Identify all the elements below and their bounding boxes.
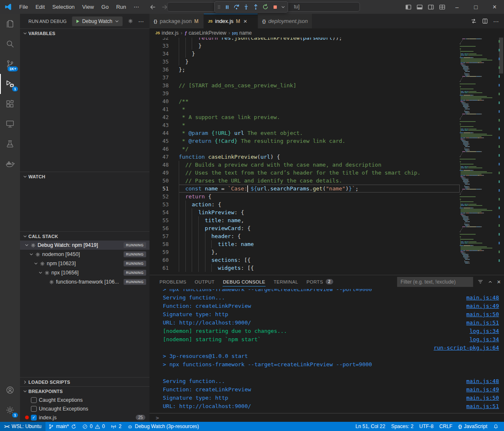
- close-panel-icon[interactable]: ×: [497, 278, 501, 285]
- code-line[interactable]: 37: [149, 74, 460, 81]
- line-number[interactable]: 36: [149, 66, 169, 74]
- console-source-link[interactable]: main.js:49: [466, 302, 499, 310]
- tab-index-js[interactable]: JS index.js M ×: [204, 14, 258, 28]
- code-line[interactable]: 32 return res.json(caseLinkPreview(parse…: [149, 38, 460, 42]
- line-number[interactable]: 38: [149, 81, 169, 89]
- statusbar-eol[interactable]: CRLF: [436, 422, 455, 431]
- line-number[interactable]: 39: [149, 89, 169, 97]
- breadcrumb-item-caselinkpreview[interactable]: ƒcaseLinkPreview: [185, 30, 226, 36]
- toggle-panel-icon[interactable]: [414, 0, 425, 14]
- line-number[interactable]: 47: [149, 153, 169, 161]
- line-number[interactable]: 61: [149, 264, 169, 272]
- customize-layout-icon[interactable]: [436, 0, 448, 14]
- line-number[interactable]: 56: [149, 224, 169, 232]
- line-number[interactable]: 52: [149, 193, 169, 200]
- statusbar-language-mode[interactable]: {}JavaScript: [455, 422, 490, 431]
- callstack-session-npm-10623[interactable]: npm [10623] RUNNING: [20, 259, 149, 268]
- code-line[interactable]: 55 title: name,: [149, 216, 460, 224]
- activitybar-testing[interactable]: [0, 134, 20, 154]
- code-line[interactable]: 38 // [START add_ons_case_preview_link]: [149, 81, 460, 89]
- section-variables[interactable]: VARIABLES: [20, 28, 149, 38]
- activitybar-search[interactable]: [0, 34, 20, 54]
- line-number[interactable]: 41: [149, 105, 169, 113]
- close-button[interactable]: ×: [485, 0, 504, 14]
- minimap[interactable]: [460, 38, 498, 275]
- code-line[interactable]: 57 header: {: [149, 232, 460, 240]
- statusbar-debug-session[interactable]: Debug Watch (3p-resources): [124, 422, 202, 431]
- line-number[interactable]: 34: [149, 50, 169, 58]
- section-loaded-scripts[interactable]: LOADED SCRIPTS: [20, 377, 149, 386]
- launch-config-dropdown[interactable]: Debug Watch: [72, 16, 123, 26]
- line-number[interactable]: 59: [149, 248, 169, 256]
- statusbar-problems[interactable]: 00: [79, 422, 108, 431]
- code-line[interactable]: 33 }: [149, 42, 460, 50]
- code-line[interactable]: 34 }: [149, 50, 460, 58]
- statusbar-git-branch[interactable]: main*: [46, 422, 79, 431]
- code-line[interactable]: 44 * @param {!URL} url The event object.: [149, 129, 460, 137]
- activitybar-explorer[interactable]: [0, 14, 20, 34]
- console-source-link[interactable]: log.js:34: [470, 327, 499, 335]
- editor-scrollbar[interactable]: [498, 38, 504, 275]
- statusbar-cursor-position[interactable]: Ln 51, Col 22: [352, 422, 388, 431]
- step-into-button[interactable]: [241, 2, 251, 12]
- console-source-link[interactable]: run-script-pkg.js:64: [433, 344, 499, 352]
- menu-item[interactable]: ⋯: [130, 0, 143, 14]
- minimize-button[interactable]: –: [448, 0, 466, 14]
- breakpoint-caught-exceptions[interactable]: Caught Exceptions: [20, 396, 149, 404]
- panel-tab-debug-console[interactable]: DEBUG CONSOLE: [219, 275, 269, 288]
- section-breakpoints[interactable]: BREAKPOINTS: [20, 386, 149, 396]
- callstack-session-debug-watch-npm-9419[interactable]: Debug Watch: npm [9419] RUNNING: [20, 241, 149, 250]
- section-call-stack[interactable]: CALL STACK: [20, 231, 149, 241]
- code-line[interactable]: 47 function caseLinkPreview(url) {: [149, 153, 460, 161]
- code-line[interactable]: 45 * @return {!Card} The resulting previ…: [149, 137, 460, 145]
- panel-tab-problems[interactable]: PROBLEMS: [155, 275, 190, 288]
- activitybar-account[interactable]: [0, 380, 20, 400]
- console-source-link[interactable]: main.js:51: [466, 402, 499, 411]
- menu-file[interactable]: File: [15, 0, 32, 14]
- panel-tab-output[interactable]: OUTPUT: [190, 275, 219, 288]
- console-source-link[interactable]: main.js:49: [466, 385, 499, 394]
- code-line[interactable]: 43 *: [149, 121, 460, 129]
- activitybar-remote-explorer[interactable]: [0, 114, 20, 134]
- panel-tab-terminal[interactable]: TERMINAL: [269, 275, 302, 288]
- drag-grip[interactable]: [216, 2, 222, 12]
- checkbox[interactable]: ✓: [31, 415, 37, 421]
- callstack-session-functions-framework-106[interactable]: functions-framework [106... RUNNING: [20, 277, 149, 286]
- breakpoint-index-js[interactable]: ✓ index.js 25: [20, 413, 149, 422]
- step-out-button[interactable]: [251, 2, 261, 12]
- toggle-primary-sidebar-icon[interactable]: [403, 0, 414, 14]
- line-number[interactable]: 35: [149, 58, 169, 66]
- code-line[interactable]: 35 }: [149, 58, 460, 66]
- code-line[interactable]: 61 widgets: [{: [149, 264, 460, 272]
- menu-run[interactable]: Run: [112, 0, 130, 14]
- breadcrumb-item-index-js[interactable]: JSindex.js: [155, 30, 179, 36]
- code-line[interactable]: 39: [149, 89, 460, 97]
- line-number[interactable]: 51: [149, 185, 169, 193]
- tab-package-json[interactable]: {} package.json M: [149, 14, 204, 28]
- line-number[interactable]: 44: [149, 129, 169, 137]
- activitybar-settings[interactable]: 1: [0, 400, 20, 420]
- checkbox[interactable]: [31, 406, 37, 412]
- line-number[interactable]: 48: [149, 161, 169, 169]
- activitybar-source-control[interactable]: 1K+: [0, 54, 20, 74]
- code-line[interactable]: 48 // Builds a preview card with the cas…: [149, 161, 460, 169]
- console-source-link[interactable]: main.js:51: [466, 319, 499, 327]
- code-line[interactable]: 36 };: [149, 66, 460, 74]
- activitybar-run-debug[interactable]: 1: [0, 74, 20, 94]
- pause-button[interactable]: [222, 2, 232, 12]
- line-number[interactable]: 46: [149, 145, 169, 153]
- line-number[interactable]: 60: [149, 256, 169, 264]
- more-actions-icon[interactable]: ⋯: [138, 18, 144, 25]
- code-line[interactable]: 58 title: name: [149, 240, 460, 248]
- checkbox[interactable]: [31, 397, 37, 403]
- code-line[interactable]: 56 previewCard: {: [149, 224, 460, 232]
- split-editor-icon[interactable]: [482, 18, 488, 24]
- code-line[interactable]: 50 // Parses the URL and identify the ca…: [149, 177, 460, 185]
- callstack-session-npx-10656[interactable]: npx [10656] RUNNING: [20, 268, 149, 277]
- more-actions-icon[interactable]: ⋯: [493, 18, 499, 25]
- debug-console-input[interactable]: >: [149, 413, 504, 422]
- breadcrumb-item-name[interactable]: [@]name: [232, 30, 252, 36]
- code-line[interactable]: 51 const name = `Case: ${url.searchParam…: [149, 185, 460, 193]
- line-number[interactable]: 49: [149, 169, 169, 177]
- line-number[interactable]: 33: [149, 42, 169, 50]
